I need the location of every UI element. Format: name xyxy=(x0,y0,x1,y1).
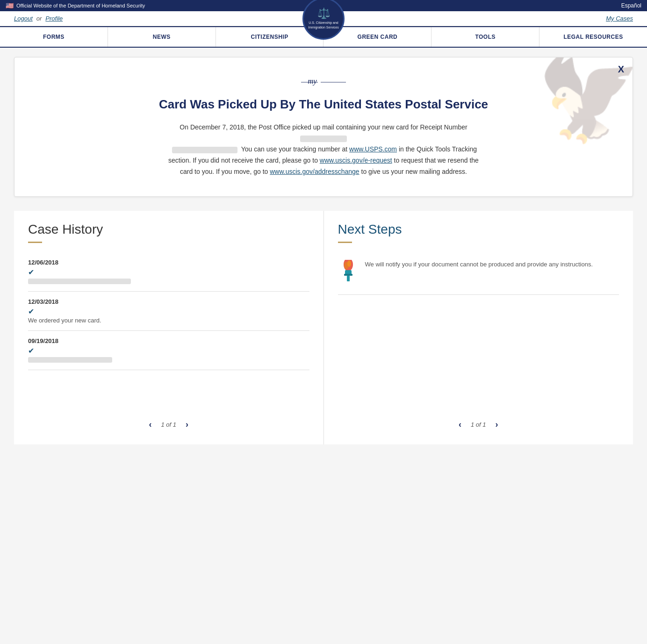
history-redacted-0 xyxy=(28,279,131,284)
case-history-next-button[interactable]: › xyxy=(186,420,188,429)
modal-body: On December 7, 2018, the Post Office pic… xyxy=(165,122,482,178)
next-steps-next-button[interactable]: › xyxy=(496,420,498,429)
logo-line2: Immigration Services xyxy=(308,25,338,29)
my-cases-link[interactable]: My Cases xyxy=(606,15,633,22)
modal-title: Card Was Picked Up By The United States … xyxy=(43,97,604,113)
case-history-page-label: 1 of 1 xyxy=(161,421,176,428)
tracking-number-redacted xyxy=(172,147,237,153)
checkmark-icon-2: ✔ xyxy=(28,346,309,355)
header: Logout or Profile ⚖️ U.S. Citizenship an… xyxy=(0,11,647,26)
history-date-1: 12/03/2018 xyxy=(28,298,309,305)
history-date-2: 09/19/2018 xyxy=(28,337,309,344)
logo-line1: U.S. Citizenship and xyxy=(308,21,338,25)
usps-script-logo: my xyxy=(295,72,352,90)
status-modal: 🦅 X my Card Was Picked Up By The United … xyxy=(14,57,633,197)
svg-rect-7 xyxy=(344,274,352,276)
header-auth-links: Logout or Profile xyxy=(14,15,63,22)
nav-tools[interactable]: TOOLS xyxy=(431,27,539,47)
history-text-2 xyxy=(28,356,309,363)
close-button[interactable]: X xyxy=(618,64,624,75)
torch-icon xyxy=(338,260,359,287)
us-flag: 🇺🇸 xyxy=(6,2,14,9)
profile-link[interactable]: Profile xyxy=(45,15,63,22)
case-history-pagination: ‹ 1 of 1 › xyxy=(28,412,309,433)
history-text-1: We ordered your new card. xyxy=(28,317,309,324)
svg-rect-8 xyxy=(347,276,350,281)
modal-body-end: to give us your new mailing address. xyxy=(361,168,467,175)
bottom-section: Case History 12/06/2018 ✔ 12/03/2018 ✔ W… xyxy=(14,211,633,444)
svg-text:my: my xyxy=(308,77,317,86)
case-history-prev-button[interactable]: ‹ xyxy=(149,420,151,429)
nav-forms[interactable]: FORMS xyxy=(0,27,108,47)
usps-link[interactable]: www.USPS.com xyxy=(349,145,397,153)
address-change-link[interactable]: www.uscis.gov/addresschange xyxy=(270,168,359,175)
next-steps-prev-button[interactable]: ‹ xyxy=(459,420,461,429)
erequest-link[interactable]: www.uscis.gov/e-request xyxy=(320,157,392,164)
history-item-1: 12/03/2018 ✔ We ordered your new card. xyxy=(28,292,309,331)
next-steps-page-label: 1 of 1 xyxy=(471,421,486,428)
torch-svg xyxy=(339,260,358,283)
or-label: or xyxy=(36,15,42,22)
checkmark-icon-1: ✔ xyxy=(28,307,309,316)
eagle-icon: ⚖️ xyxy=(317,7,330,20)
receipt-number-redacted xyxy=(300,136,347,142)
modal-body-mid3b: You can use your tracking number at xyxy=(241,145,349,153)
next-steps-divider xyxy=(338,242,352,243)
modal-body-intro: On December 7, 2018, the Post Office pic… xyxy=(180,123,467,131)
main-content: 🦅 X my Card Was Picked Up By The United … xyxy=(0,48,647,454)
header-logo-container: ⚖️ U.S. Citizenship and Immigration Serv… xyxy=(302,0,345,40)
next-step-text-0: We will notify you if your document cann… xyxy=(365,260,593,269)
header-right: My Cases xyxy=(606,15,633,22)
next-steps-title: Next Steps xyxy=(338,222,619,237)
history-item-2: 09/19/2018 ✔ xyxy=(28,331,309,370)
case-history-panel: Case History 12/06/2018 ✔ 12/03/2018 ✔ W… xyxy=(14,211,324,444)
next-steps-panel: Next Steps xyxy=(324,211,633,444)
modal-logo-decoration: my xyxy=(43,72,604,92)
case-history-divider xyxy=(28,242,42,243)
espanol-link[interactable]: Español xyxy=(621,2,641,9)
history-redacted-2 xyxy=(28,357,112,363)
checkmark-icon-0: ✔ xyxy=(28,268,309,277)
history-text-0 xyxy=(28,278,309,285)
nav-legal-resources[interactable]: LEGAL RESOURCES xyxy=(539,27,647,47)
history-date-0: 12/06/2018 xyxy=(28,259,309,266)
nav-news[interactable]: NEWS xyxy=(108,27,216,47)
logout-link[interactable]: Logout xyxy=(14,15,33,22)
next-steps-pagination: ‹ 1 of 1 › xyxy=(338,412,619,433)
next-step-item-0: We will notify you if your document cann… xyxy=(338,252,619,295)
history-item-0: 12/06/2018 ✔ xyxy=(28,252,309,292)
banner-text: Official Website of the Department of Ho… xyxy=(16,3,145,8)
case-history-title: Case History xyxy=(28,222,309,237)
svg-point-5 xyxy=(347,260,351,267)
uscis-logo: ⚖️ U.S. Citizenship and Immigration Serv… xyxy=(302,0,345,40)
